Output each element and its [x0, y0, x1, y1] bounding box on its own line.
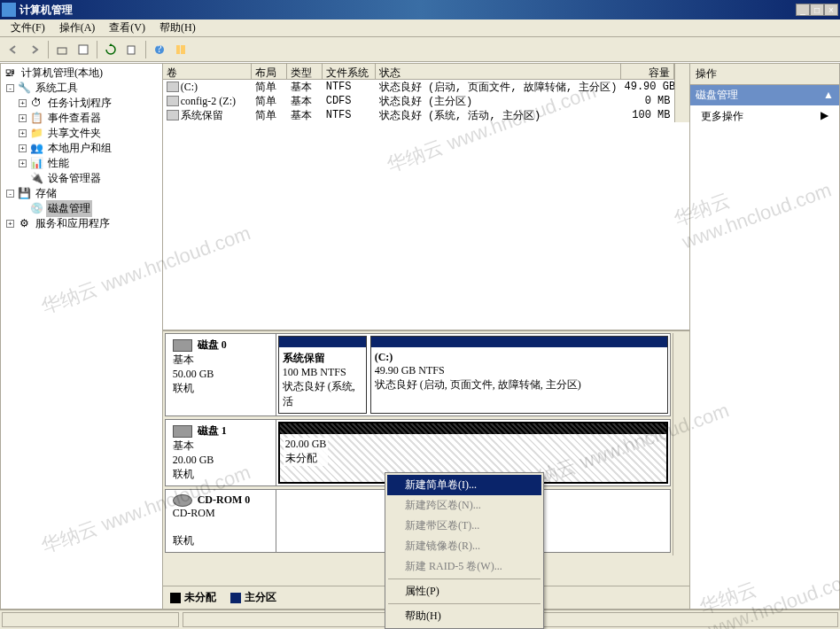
- ctx-new-mirrored-volume: 新建镜像卷(R)...: [387, 536, 541, 556]
- ctx-new-simple-volume[interactable]: 新建简单卷(I)...: [387, 475, 541, 495]
- chevron-right-icon: ▶: [821, 109, 828, 124]
- disk-1-info: 磁盘 1 基本 20.00 GB 联机: [166, 420, 276, 485]
- users-icon: 👥: [29, 142, 43, 156]
- collapse-icon[interactable]: -: [6, 84, 14, 92]
- expand-icon[interactable]: +: [19, 99, 27, 107]
- collapse-icon[interactable]: -: [6, 190, 14, 198]
- properties-button[interactable]: [74, 40, 93, 59]
- cdrom-info: CD-ROM 0 CD-ROM 联机: [166, 490, 276, 552]
- storage-icon: 💾: [17, 187, 31, 201]
- disk-0-row[interactable]: 磁盘 0 基本 50.00 GB 联机 系统保留 100 MB NTFS: [165, 333, 671, 416]
- window-title: 计算机管理: [19, 3, 796, 18]
- actions-panel: 操作 磁盘管理 ▲ 更多操作 ▶: [690, 63, 841, 610]
- menu-file[interactable]: 文件(F): [4, 19, 52, 37]
- tree-root[interactable]: 🖳 计算机管理(本地): [3, 66, 160, 81]
- folder-icon: 📁: [29, 127, 43, 141]
- ctx-new-raid5-volume: 新建 RAID-5 卷(W)...: [387, 556, 541, 577]
- tree-system-tools[interactable]: - 🔧 系统工具: [3, 81, 160, 96]
- partition-system-reserved[interactable]: 系统保留 100 MB NTFS 状态良好 (系统, 活: [278, 336, 367, 414]
- maximize-button[interactable]: □: [810, 4, 824, 16]
- menubar: 文件(F) 操作(A) 查看(V) 帮助(H): [0, 19, 840, 37]
- export-button[interactable]: [122, 40, 142, 59]
- tree-shared-folders[interactable]: + 📁 共享文件夹: [3, 126, 160, 141]
- titlebar: 计算机管理 _ □ ×: [0, 0, 840, 19]
- volume-list[interactable]: 卷 布局 类型 文件系统 状态 容量 (C:) 简单 基本 NTFS 状态良好 …: [163, 64, 689, 330]
- tree-task-scheduler[interactable]: + ⏱ 任务计划程序: [3, 96, 160, 111]
- svg-text:?: ?: [157, 43, 161, 55]
- cdrom-icon: [167, 96, 179, 106]
- volume-header-row: 卷 布局 类型 文件系统 状态 容量: [163, 64, 674, 80]
- tree-disk-management[interactable]: 💿 磁盘管理: [3, 201, 160, 216]
- ctx-help[interactable]: 帮助(H): [387, 606, 541, 626]
- scrollbar[interactable]: [674, 64, 689, 122]
- clock-icon: ⏱: [29, 97, 43, 111]
- back-button[interactable]: [4, 40, 23, 59]
- svg-rect-6: [181, 45, 185, 54]
- actions-section[interactable]: 磁盘管理 ▲: [690, 85, 840, 105]
- tree-local-users[interactable]: + 👥 本地用户和组: [3, 141, 160, 156]
- ctx-new-striped-volume: 新建带区卷(T)...: [387, 516, 541, 536]
- minimize-button[interactable]: _: [796, 4, 810, 16]
- context-menu: 新建简单卷(I)... 新建跨区卷(N)... 新建带区卷(T)... 新建镜像…: [385, 472, 544, 629]
- performance-icon: 📊: [29, 157, 43, 171]
- legend-unallocated-icon: [170, 593, 181, 603]
- scrollbar[interactable]: [673, 333, 688, 555]
- services-icon: ⚙: [17, 217, 31, 231]
- col-capacity[interactable]: 容量: [621, 64, 674, 79]
- help-button[interactable]: ?: [150, 40, 169, 59]
- close-button[interactable]: ×: [824, 4, 838, 16]
- ctx-new-spanned-volume: 新建跨区卷(N)...: [387, 495, 541, 516]
- partition-c[interactable]: (C:) 49.90 GB NTFS 状态良好 (启动, 页面文件, 故障转储,…: [370, 336, 668, 414]
- tree-services[interactable]: + ⚙ 服务和应用程序: [3, 216, 160, 231]
- toolbar: ?: [0, 37, 840, 62]
- forward-button[interactable]: [25, 40, 44, 59]
- expand-icon[interactable]: +: [19, 129, 27, 137]
- collapse-icon: ▲: [823, 89, 834, 102]
- col-fs[interactable]: 文件系统: [323, 64, 376, 79]
- col-type[interactable]: 类型: [287, 64, 323, 79]
- disk-icon: 💿: [29, 202, 43, 216]
- legend-primary-icon: [230, 593, 241, 603]
- actions-header: 操作: [690, 64, 840, 85]
- cdrom-icon: [173, 494, 192, 507]
- menu-action[interactable]: 操作(A): [52, 19, 103, 37]
- tree-panel[interactable]: 🖳 计算机管理(本地) - 🔧 系统工具 + ⏱ 任务计划程序 + 📋 事件查看…: [0, 63, 163, 610]
- app-icon: [2, 3, 16, 17]
- col-status[interactable]: 状态: [376, 64, 621, 79]
- svg-rect-1: [79, 45, 88, 54]
- drive-icon: [167, 82, 179, 92]
- volume-row[interactable]: 系统保留 简单 基本 NTFS 状态良好 (系统, 活动, 主分区) 100 M…: [163, 108, 674, 122]
- col-layout[interactable]: 布局: [252, 64, 287, 79]
- menu-view[interactable]: 查看(V): [102, 19, 152, 37]
- ctx-properties[interactable]: 属性(P): [387, 581, 541, 602]
- expand-icon[interactable]: +: [19, 144, 27, 152]
- tools-icon: 🔧: [17, 82, 31, 96]
- device-icon: 🔌: [29, 172, 43, 186]
- col-volume[interactable]: 卷: [163, 64, 252, 79]
- svg-rect-2: [128, 46, 135, 54]
- drive-icon: [167, 110, 179, 120]
- disk-icon: [173, 425, 192, 438]
- expand-icon[interactable]: +: [19, 114, 27, 122]
- menu-help[interactable]: 帮助(H): [152, 19, 203, 37]
- up-button[interactable]: [52, 40, 72, 59]
- refresh-button[interactable]: [101, 40, 121, 59]
- event-icon: 📋: [29, 112, 43, 126]
- svg-rect-5: [176, 45, 180, 54]
- more-actions[interactable]: 更多操作 ▶: [690, 105, 840, 128]
- expand-icon[interactable]: +: [19, 159, 27, 167]
- disk-0-info: 磁盘 0 基本 50.00 GB 联机: [166, 334, 276, 415]
- tree-performance[interactable]: + 📊 性能: [3, 156, 160, 171]
- disk-icon: [173, 339, 192, 352]
- svg-rect-0: [58, 48, 66, 54]
- tree-device-manager[interactable]: 🔌 设备管理器: [3, 171, 160, 186]
- computer-icon: 🖳: [3, 66, 17, 81]
- tree-storage[interactable]: - 💾 存储: [3, 186, 160, 201]
- view-layout-button[interactable]: [171, 40, 191, 59]
- tree-event-viewer[interactable]: + 📋 事件查看器: [3, 111, 160, 126]
- expand-icon[interactable]: +: [6, 220, 14, 228]
